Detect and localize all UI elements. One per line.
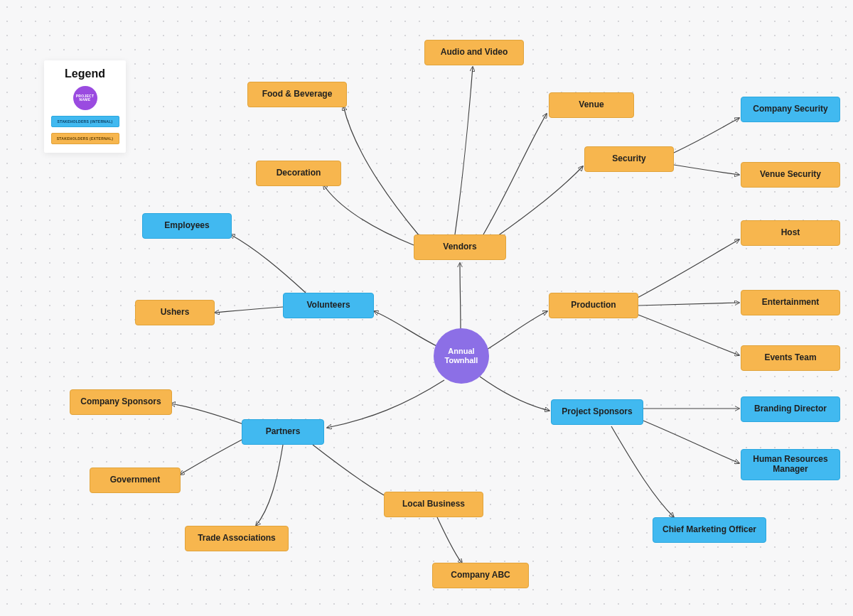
node-project-sponsors[interactable]: Project Sponsors	[551, 399, 643, 425]
label: Audio and Video	[441, 48, 508, 58]
node-government[interactable]: Government	[90, 468, 181, 493]
label: Branding Director	[754, 404, 827, 414]
node-venue-security[interactable]: Venue Security	[741, 162, 840, 188]
label: Employees	[164, 221, 209, 231]
label: Chief Marketing Officer	[662, 525, 756, 535]
label: Vendors	[443, 242, 476, 252]
node-entertainment[interactable]: Entertainment	[741, 290, 840, 315]
label: Company ABC	[451, 571, 510, 580]
node-local-business[interactable]: Local Business	[384, 492, 483, 517]
label: Events Team	[764, 353, 816, 363]
center-label: Annual Townhall	[434, 347, 489, 364]
label: Company Security	[753, 104, 827, 114]
label: Ushers	[161, 308, 190, 318]
label: Volunteers	[306, 301, 350, 310]
label: Local Business	[402, 499, 465, 509]
node-host[interactable]: Host	[741, 220, 840, 246]
node-venue[interactable]: Venue	[549, 92, 634, 118]
node-company-security[interactable]: Company Security	[741, 97, 840, 122]
node-decoration[interactable]: Decoration	[256, 161, 341, 186]
label: Food & Beverage	[262, 90, 333, 99]
node-trade-associations[interactable]: Trade Associations	[185, 526, 289, 551]
node-food-beverage[interactable]: Food & Beverage	[247, 82, 347, 107]
label: Venue	[579, 100, 603, 110]
label: Trade Associations	[198, 534, 276, 544]
node-vendors[interactable]: Vendors	[414, 234, 506, 260]
legend-internal-label: STAKEHOLDERS (INTERNAL)	[58, 119, 113, 124]
label: Entertainment	[762, 298, 820, 308]
node-ushers[interactable]: Ushers	[135, 300, 215, 325]
label: Venue Security	[760, 170, 821, 180]
node-company-abc[interactable]: Company ABC	[432, 563, 529, 588]
label: Government	[110, 475, 161, 485]
legend-title: Legend	[65, 67, 105, 80]
diagram-canvas[interactable]: Annual Townhall Vendors Volunteers Partn…	[0, 0, 853, 616]
label: Project Sponsors	[562, 407, 632, 417]
legend-project-circle: PROJECT NAME	[73, 86, 97, 110]
node-security[interactable]: Security	[584, 146, 674, 172]
legend-internal-box: STAKEHOLDERS (INTERNAL)	[51, 116, 119, 127]
label: Human Resources Manager	[746, 455, 835, 475]
center-node[interactable]: Annual Townhall	[434, 328, 489, 384]
label: Company Sponsors	[80, 397, 161, 407]
node-partners[interactable]: Partners	[242, 419, 324, 445]
node-company-sponsors[interactable]: Company Sponsors	[70, 389, 172, 415]
node-audio-video[interactable]: Audio and Video	[424, 40, 524, 65]
node-cmo[interactable]: Chief Marketing Officer	[653, 517, 766, 543]
node-volunteers[interactable]: Volunteers	[283, 293, 374, 318]
legend-project-label: PROJECT NAME	[73, 94, 97, 102]
legend-external-label: STAKEHOLDERS (EXTERNAL)	[57, 136, 114, 141]
node-hr-manager[interactable]: Human Resources Manager	[741, 449, 840, 480]
legend-external-box: STAKEHOLDERS (EXTERNAL)	[51, 133, 119, 144]
node-branding-director[interactable]: Branding Director	[741, 396, 840, 422]
node-employees[interactable]: Employees	[142, 213, 232, 239]
node-production[interactable]: Production	[549, 293, 638, 318]
node-events-team[interactable]: Events Team	[741, 345, 840, 371]
label: Production	[571, 301, 616, 310]
legend-card[interactable]: Legend PROJECT NAME STAKEHOLDERS (INTERN…	[44, 60, 126, 153]
label: Security	[612, 154, 645, 164]
label: Decoration	[277, 168, 321, 178]
label: Host	[781, 228, 800, 238]
label: Partners	[266, 427, 301, 437]
